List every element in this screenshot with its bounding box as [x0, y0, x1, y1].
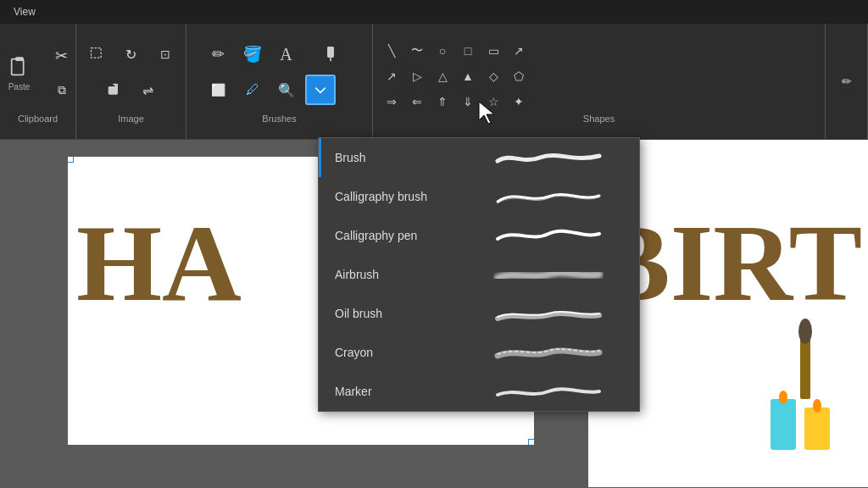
svg-rect-1 — [15, 57, 23, 61]
brush-option-brush-preview — [470, 145, 626, 170]
canvas-text-ha: HA — [76, 199, 242, 326]
shape-rect[interactable]: □ — [456, 39, 480, 63]
shape-rounded-rect[interactable]: ▭ — [481, 39, 505, 63]
shape-star6[interactable]: ✦ — [507, 90, 531, 114]
brush-option-calligraphy-pen-label: Calligraphy pen — [335, 229, 470, 242]
edit-icon-button[interactable]: ✏ — [832, 66, 862, 97]
flip-button[interactable]: ⇌ — [133, 75, 164, 105]
copy-button[interactable]: ⧉ — [47, 75, 77, 105]
image-section: ↻ ⊡ ⇌ Image — [76, 24, 186, 139]
pencil-button[interactable]: ✏ — [203, 39, 234, 69]
paste-button[interactable]: Paste — [0, 47, 40, 98]
crop-button[interactable]: ⊡ — [150, 39, 181, 69]
clipboard-section: Paste ✂ ⧉ Clipboard — [0, 24, 76, 139]
brush-option-airbrush-preview — [470, 262, 626, 287]
brush-dropdown-menu: Brush Calligraphy brush Calligraphy pen … — [318, 137, 640, 412]
brush-option-oil-brush[interactable]: Oil brush — [319, 294, 639, 333]
shapes-label: Shapes — [583, 110, 615, 124]
resize-button[interactable] — [99, 75, 130, 105]
cut-button[interactable]: ✂ — [47, 41, 77, 71]
svg-point-6 — [798, 319, 812, 344]
eraser-button[interactable]: ⬜ — [203, 75, 234, 105]
shape-circle[interactable]: ○ — [431, 39, 454, 63]
brush-option-airbrush-label: Airbrush — [335, 268, 470, 281]
brush-option-oil-brush-preview — [470, 301, 626, 326]
shape-triangle-fill[interactable]: ▲ — [456, 64, 480, 88]
brush-option-calligraphy-pen[interactable]: Calligraphy pen — [319, 216, 639, 255]
svg-rect-4 — [327, 47, 333, 58]
brush-option-marker-label: Marker — [335, 385, 470, 398]
brushes-label: Brushes — [262, 110, 296, 124]
brush-tool-button[interactable] — [305, 39, 356, 69]
brush-option-calligraphy-brush-preview — [470, 184, 626, 209]
select-tool-button[interactable] — [82, 39, 113, 69]
brush-option-crayon-label: Crayon — [335, 346, 470, 359]
brush-option-brush-label: Brush — [335, 151, 470, 164]
svg-rect-3 — [108, 87, 117, 94]
fill-button[interactable]: 🪣 — [237, 39, 268, 69]
rotate-button[interactable]: ↻ — [116, 39, 147, 69]
svg-rect-8 — [804, 408, 830, 450]
brushes-section: ✏ 🪣 A ⬜ 🖊 🔍 — [186, 24, 373, 139]
shape-triangle[interactable]: △ — [431, 64, 454, 88]
brush-option-airbrush[interactable]: Airbrush — [319, 255, 639, 294]
shape-pentagon[interactable]: ⬠ — [507, 64, 531, 88]
shape-diamond[interactable]: ◇ — [481, 64, 505, 88]
magnify-button[interactable]: 🔍 — [271, 75, 302, 105]
shapes-grid: ╲ 〜 ○ □ ▭ ↗ ↗ ▷ △ ▲ ◇ ⬠ ⇒ ⇐ ⇑ ⇓ ☆ ✦ — [380, 39, 531, 114]
edit-section: ✏ — [826, 24, 868, 139]
toolbar: Paste ✂ ⧉ Clipboard ↻ ⊡ — [0, 24, 868, 140]
brush-option-crayon-preview — [470, 340, 626, 365]
shape-star5[interactable]: ☆ — [481, 90, 505, 114]
shape-arrow-u[interactable]: ⇑ — [431, 90, 454, 114]
brush-option-brush[interactable]: Brush — [319, 138, 639, 177]
menu-bar: View — [0, 0, 868, 24]
menu-view[interactable]: View — [7, 4, 42, 19]
brush-option-calligraphy-brush[interactable]: Calligraphy brush — [319, 177, 639, 216]
brush-option-oil-brush-label: Oil brush — [335, 307, 470, 320]
shape-triangle-right[interactable]: ▷ — [405, 64, 429, 88]
clipboard-label: Clipboard — [18, 110, 58, 124]
shape-arrow-ne2[interactable]: ↗ — [380, 64, 403, 88]
selection-handle-tl — [68, 157, 74, 163]
brush-option-marker[interactable]: Marker — [319, 372, 639, 411]
image-label: Image — [118, 110, 144, 124]
color-picker-button[interactable]: 🖊 — [237, 75, 268, 105]
brush-option-calligraphy-brush-label: Calligraphy brush — [335, 190, 470, 203]
svg-rect-2 — [91, 48, 101, 58]
brush-option-crayon[interactable]: Crayon — [319, 333, 639, 372]
brush-option-marker-preview — [470, 379, 626, 404]
selection-handle-br — [528, 439, 534, 445]
brush-dropdown-button[interactable] — [305, 75, 336, 105]
svg-rect-0 — [11, 58, 23, 75]
shape-wave[interactable]: 〜 — [405, 39, 429, 63]
birthday-illustration — [749, 314, 851, 470]
svg-point-9 — [779, 391, 787, 404]
shape-arrow-d[interactable]: ⇓ — [456, 90, 480, 114]
svg-rect-7 — [771, 399, 796, 450]
svg-point-10 — [813, 399, 821, 413]
shape-arrow-ne[interactable]: ↗ — [507, 39, 531, 63]
shapes-section: ╲ 〜 ○ □ ▭ ↗ ↗ ▷ △ ▲ ◇ ⬠ ⇒ ⇐ ⇑ ⇓ ☆ ✦ — [373, 24, 826, 139]
shape-arrow-l[interactable]: ⇐ — [405, 90, 429, 114]
shape-line[interactable]: ╲ — [380, 39, 403, 63]
text-button[interactable]: A — [271, 39, 302, 69]
brush-option-calligraphy-pen-preview — [470, 223, 626, 248]
shape-arrow-r[interactable]: ⇒ — [380, 90, 403, 114]
